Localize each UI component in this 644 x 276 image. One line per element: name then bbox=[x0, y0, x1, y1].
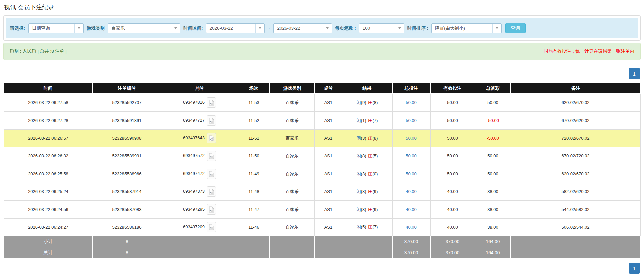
date-from-select[interactable]: 2026-03-22 bbox=[206, 23, 265, 33]
banker-result-label: 庄 bbox=[368, 100, 373, 105]
video-replay-button[interactable] bbox=[207, 204, 216, 215]
valid-bet-cell: 40.00 bbox=[430, 218, 475, 236]
page-1-button-bottom[interactable]: 1 bbox=[629, 263, 640, 274]
round-id: 693497295 bbox=[183, 206, 205, 212]
empty-cell bbox=[238, 247, 270, 258]
round-cell: 693497472 bbox=[161, 165, 238, 183]
player-result-score: (8) bbox=[361, 153, 366, 158]
chevron-down-icon bbox=[323, 24, 332, 33]
session-cell: 11-49 bbox=[238, 165, 270, 183]
round-cell: 693497572 bbox=[161, 147, 238, 165]
game-type-select[interactable]: 百家乐 bbox=[108, 23, 180, 33]
column-header: 时间 bbox=[4, 83, 93, 94]
total-bet-cell: 50.00 bbox=[392, 94, 430, 111]
chevron-down-icon bbox=[492, 24, 501, 33]
column-header: 有效投注 bbox=[430, 83, 475, 94]
bet-id-cell: 523285587914 bbox=[93, 183, 161, 200]
empty-cell bbox=[511, 247, 640, 258]
result-cell: 闲(3)庄(8) bbox=[342, 129, 392, 147]
session-cell: 11-53 bbox=[238, 94, 270, 111]
game-type-cell: 百家乐 bbox=[270, 165, 314, 183]
empty-cell bbox=[238, 236, 270, 247]
round-cell: 693497209 bbox=[161, 218, 238, 236]
video-file-icon bbox=[209, 118, 214, 124]
column-header: 总派彩 bbox=[475, 83, 511, 94]
date-to-select[interactable]: 2026-03-22 bbox=[273, 23, 332, 33]
total-bet-cell: 40.00 bbox=[392, 183, 430, 200]
summary-bar: 币别 : 人民币 | 总共 :8 注单 | 同局有效投注，统一计算在该局第一张注… bbox=[3, 43, 641, 60]
player-result-score: (3) bbox=[361, 171, 366, 176]
game-type-cell: 百家乐 bbox=[270, 129, 314, 147]
summary-row-count: 8 bbox=[93, 247, 161, 258]
time-cell: 2026-03-22 06:25:58 bbox=[4, 165, 93, 183]
result-cell: 闲(8)庄(9) bbox=[342, 183, 392, 200]
banker-result-score: (8) bbox=[373, 136, 378, 141]
video-replay-button[interactable] bbox=[207, 115, 216, 126]
total-bet-link[interactable]: 40.00 bbox=[406, 207, 417, 212]
player-result-score: (3) bbox=[361, 207, 366, 212]
date-type-select[interactable]: 日期查询 bbox=[28, 23, 84, 33]
round-id: 693497572 bbox=[183, 153, 205, 158]
round-id: 693497373 bbox=[183, 189, 205, 194]
video-replay-button[interactable] bbox=[207, 169, 216, 179]
total-bet-cell: 40.00 bbox=[392, 200, 430, 218]
banker-result-label: 庄 bbox=[368, 171, 373, 176]
column-header: 备注 bbox=[511, 83, 640, 94]
player-result-label: 闲 bbox=[357, 171, 361, 176]
page-1-button[interactable]: 1 bbox=[629, 68, 640, 79]
time-cell: 2026-03-22 06:25:24 bbox=[4, 183, 93, 200]
summary-payout: 164.00 bbox=[475, 247, 511, 258]
time-cell: 2026-03-22 06:26:57 bbox=[4, 129, 93, 147]
date-type-value: 日期查询 bbox=[29, 24, 74, 33]
video-replay-button[interactable] bbox=[207, 186, 216, 197]
sort-order-select[interactable]: 降幂(由大到小) bbox=[431, 23, 502, 33]
search-button[interactable]: 查询 bbox=[505, 23, 526, 33]
banker-result-label: 庄 bbox=[368, 136, 373, 141]
table-no-cell: AS1 bbox=[314, 111, 342, 129]
date-type-label: 请选择: bbox=[10, 25, 25, 31]
page-size-label: 每页笔数 : bbox=[335, 25, 356, 31]
page: 视讯 会员下注纪录 请选择: 日期查询 游戏类别 百家乐 时间区间: 2026-… bbox=[0, 0, 644, 276]
total-bet-link[interactable]: 50.00 bbox=[406, 118, 417, 123]
total-bet-link[interactable]: 40.00 bbox=[406, 189, 417, 194]
total-bet-link[interactable]: 50.00 bbox=[406, 100, 417, 105]
total-bet-link[interactable]: 50.00 bbox=[406, 136, 417, 141]
summary-valid-bet: 370.00 bbox=[430, 247, 475, 258]
video-replay-button[interactable] bbox=[207, 133, 216, 143]
table-row[interactable]: 2026-03-22 06:24:56 523285587083 6934972… bbox=[4, 200, 640, 218]
table-row[interactable]: 2026-03-22 06:27:28 523285591891 6934977… bbox=[4, 111, 640, 129]
total-bet-link[interactable]: 50.00 bbox=[406, 153, 417, 158]
empty-cell bbox=[161, 247, 238, 258]
filter-bar: 请选择: 日期查询 游戏类别 百家乐 时间区间: 2026-03-22 ~ 20… bbox=[6, 18, 638, 38]
chevron-down-icon bbox=[395, 24, 404, 33]
remark-cell: 506.02/544.02 bbox=[511, 218, 640, 236]
player-result-score: (3) bbox=[361, 136, 366, 141]
banker-result-label: 庄 bbox=[368, 118, 373, 123]
payout-cell: 50.00 bbox=[475, 147, 511, 165]
remark-cell: 720.02/670.02 bbox=[511, 129, 640, 147]
total-bet-link[interactable]: 40.00 bbox=[406, 225, 417, 230]
table-no-cell: AS1 bbox=[314, 94, 342, 111]
records-table: 时间注单编号局号场次游戏类别桌号结果总投注有效投注总派彩备注 2026-03-2… bbox=[3, 83, 641, 259]
payout-cell: 50.00 bbox=[475, 165, 511, 183]
column-header: 场次 bbox=[238, 83, 270, 94]
round-id: 693497643 bbox=[183, 135, 205, 140]
time-range-label: 时间区间: bbox=[183, 25, 203, 31]
table-row[interactable]: 2026-03-22 06:25:24 523285587914 6934973… bbox=[4, 183, 640, 200]
page-size-select[interactable]: 100 bbox=[359, 23, 404, 33]
valid-bet-note: 同局有效投注，统一计算在该局第一张注单内 bbox=[544, 48, 634, 54]
banker-result-score: (8) bbox=[373, 100, 378, 105]
video-replay-button[interactable] bbox=[207, 222, 216, 232]
video-replay-button[interactable] bbox=[207, 97, 216, 108]
table-row[interactable]: 2026-03-22 06:24:27 523285586186 6934972… bbox=[4, 218, 640, 236]
table-row[interactable]: 2026-03-22 06:26:32 523285589991 6934975… bbox=[4, 147, 640, 165]
table-row[interactable]: 2026-03-22 06:26:57 523285590908 6934976… bbox=[4, 129, 640, 147]
session-cell: 11-52 bbox=[238, 111, 270, 129]
total-bet-cell: 50.00 bbox=[392, 129, 430, 147]
table-row[interactable]: 2026-03-22 06:25:58 523285588966 6934974… bbox=[4, 165, 640, 183]
total-bet-link[interactable]: 50.00 bbox=[406, 171, 417, 176]
table-no-cell: AS1 bbox=[314, 165, 342, 183]
bet-id-cell: 523285590908 bbox=[93, 129, 161, 147]
video-replay-button[interactable] bbox=[207, 151, 216, 161]
table-row[interactable]: 2026-03-22 06:27:58 523285592707 6934978… bbox=[4, 94, 640, 111]
